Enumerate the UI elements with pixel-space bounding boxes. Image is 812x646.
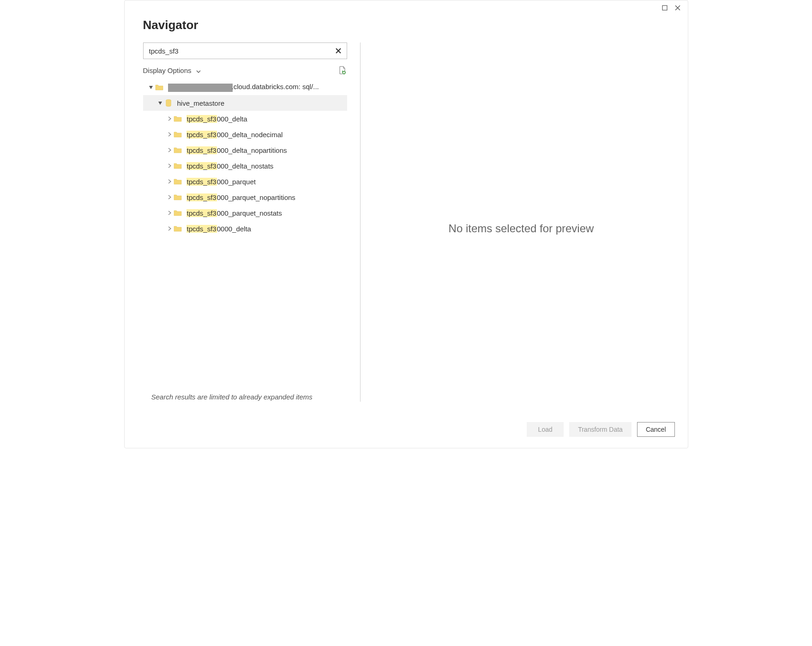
folder-icon <box>174 115 182 122</box>
folder-icon <box>174 178 182 185</box>
schema-label: tpcds_sf3000_delta <box>186 115 247 123</box>
schema-label: tpcds_sf3000_parquet_nopartitions <box>186 193 295 201</box>
tree-node-schema[interactable]: tpcds_sf3000_delta_nopartitions <box>143 142 347 158</box>
close-icon[interactable] <box>671 1 684 14</box>
tree-node-connection[interactable]: .cloud.databricks.com: sql/... <box>143 79 347 95</box>
tree-node-schema[interactable]: tpcds_sf3000_parquet_nopartitions <box>143 189 347 205</box>
expand-icon[interactable] <box>165 130 174 139</box>
display-options-label: Display Options <box>143 66 192 74</box>
connection-label: .cloud.databricks.com: sql/... <box>168 83 319 91</box>
folder-icon <box>174 162 182 169</box>
schema-label: tpcds_sf3000_parquet_nostats <box>186 209 282 217</box>
tree-node-schema[interactable]: tpcds_sf3000_delta_nodecimal <box>143 127 347 142</box>
expand-icon[interactable] <box>165 177 174 186</box>
collapse-icon[interactable] <box>156 99 164 107</box>
folder-icon <box>174 131 182 138</box>
expand-icon[interactable] <box>165 209 174 217</box>
navigator-dialog: Navigator Display Options <box>124 0 688 448</box>
titlebar <box>125 0 688 15</box>
folder-icon <box>174 146 182 154</box>
folder-icon <box>174 225 182 232</box>
tree-node-schema[interactable]: tpcds_sf3000_delta_nostats <box>143 158 347 174</box>
schema-label: tpcds_sf3000_delta_nostats <box>186 162 274 170</box>
search-note: Search results are limited to already ex… <box>143 388 347 415</box>
expand-icon[interactable] <box>165 115 174 123</box>
tree-node-schema[interactable]: tpcds_sf30000_delta <box>143 221 347 236</box>
clear-search-icon[interactable] <box>333 45 344 56</box>
chevron-down-icon <box>196 66 201 74</box>
tree-node-hive-metastore[interactable]: hive_metastore <box>143 95 347 111</box>
transform-data-button[interactable]: Transform Data <box>569 422 632 437</box>
schema-label: tpcds_sf30000_delta <box>186 225 251 233</box>
svg-marker-6 <box>149 86 153 89</box>
folder-icon <box>155 84 163 91</box>
refresh-icon[interactable] <box>338 66 347 75</box>
expand-icon[interactable] <box>165 193 174 201</box>
maximize-icon[interactable] <box>658 1 671 14</box>
panel-divider <box>360 42 361 402</box>
folder-icon <box>174 193 182 201</box>
expand-icon[interactable] <box>165 162 174 170</box>
schema-label: tpcds_sf3000_delta_nopartitions <box>186 146 287 154</box>
collapse-icon[interactable] <box>147 83 155 91</box>
tree-node-schema[interactable]: tpcds_sf3000_delta <box>143 111 347 127</box>
dialog-title: Navigator <box>125 15 688 42</box>
search-box <box>143 42 347 59</box>
hive-metastore-label: hive_metastore <box>177 99 225 107</box>
search-input[interactable] <box>148 47 333 55</box>
schema-label: tpcds_sf3000_parquet <box>186 178 256 186</box>
dialog-footer: Load Transform Data Cancel <box>125 415 688 448</box>
display-options-dropdown[interactable]: Display Options <box>143 66 201 74</box>
preview-panel: No items selected for preview <box>373 42 669 415</box>
schema-label: tpcds_sf3000_delta_nodecimal <box>186 131 283 139</box>
cancel-button[interactable]: Cancel <box>637 422 675 437</box>
expand-icon[interactable] <box>165 146 174 154</box>
tree-node-schema[interactable]: tpcds_sf3000_parquet_nostats <box>143 205 347 221</box>
redacted-host <box>168 84 233 92</box>
tree-node-schema[interactable]: tpcds_sf3000_parquet <box>143 174 347 189</box>
navigator-tree: .cloud.databricks.com: sql/... hive_meta… <box>143 79 347 388</box>
load-button[interactable]: Load <box>527 422 564 437</box>
navigator-left-panel: Display Options <box>143 42 347 415</box>
svg-rect-0 <box>662 6 667 10</box>
svg-marker-7 <box>158 102 162 105</box>
folder-icon <box>174 209 182 217</box>
database-icon <box>164 99 173 107</box>
preview-placeholder: No items selected for preview <box>449 222 594 235</box>
expand-icon[interactable] <box>165 224 174 233</box>
